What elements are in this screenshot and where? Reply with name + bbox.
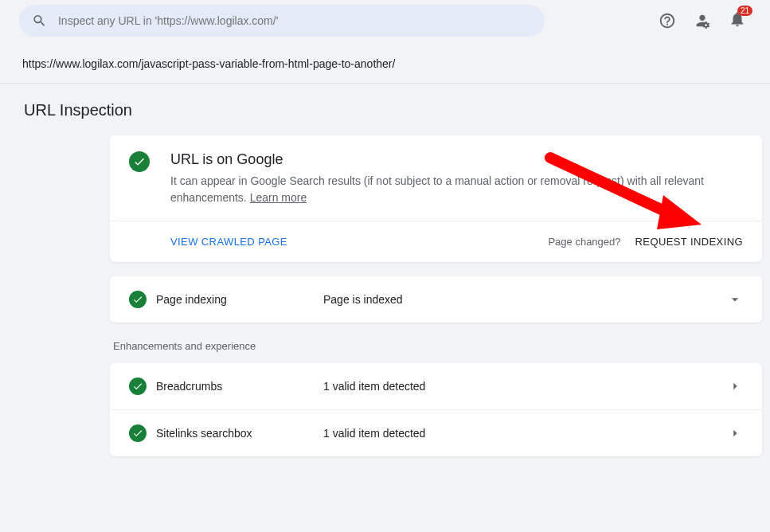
sitelinks-row[interactable]: Sitelinks searchbox 1 valid item detecte… [110, 409, 762, 456]
breadcrumbs-row[interactable]: Breadcrumbs 1 valid item detected [110, 363, 762, 409]
page-changed-label: Page changed? [548, 236, 620, 248]
check-icon [129, 291, 147, 308]
user-settings-icon[interactable] [694, 12, 711, 29]
inspected-url: https://www.logilax.com/javascript-pass-… [0, 41, 770, 84]
chevron-right-icon [727, 425, 743, 441]
request-indexing-button[interactable]: REQUEST INDEXING [635, 236, 743, 248]
notification-badge: 21 [737, 6, 752, 16]
chevron-down-icon [727, 291, 743, 307]
check-icon [129, 151, 150, 172]
status-title: URL is on Google [170, 151, 743, 168]
search-container[interactable] [19, 5, 545, 37]
row-label: Page indexing [156, 293, 323, 306]
page-title: URL Inspection [0, 84, 770, 127]
status-card: URL is on Google It can appear in Google… [110, 135, 762, 262]
check-icon [129, 424, 147, 442]
row-value: 1 valid item detected [323, 427, 425, 440]
learn-more-link[interactable]: Learn more [250, 191, 307, 204]
row-label: Breadcrumbs [156, 380, 323, 393]
row-value: Page is indexed [323, 293, 403, 306]
enhancements-header: Enhancements and experience [110, 337, 762, 363]
view-crawled-button[interactable]: VIEW CRAWLED PAGE [170, 236, 287, 248]
search-icon [32, 13, 47, 29]
search-input[interactable] [58, 14, 532, 27]
notifications-button[interactable]: 21 [729, 10, 746, 31]
row-value: 1 valid item detected [323, 380, 425, 393]
help-icon[interactable] [659, 12, 676, 29]
status-description: It can appear in Google Search results (… [170, 173, 743, 206]
check-icon [129, 377, 147, 395]
page-indexing-row[interactable]: Page indexing Page is indexed [110, 276, 762, 323]
chevron-right-icon [727, 378, 743, 394]
row-label: Sitelinks searchbox [156, 427, 323, 440]
